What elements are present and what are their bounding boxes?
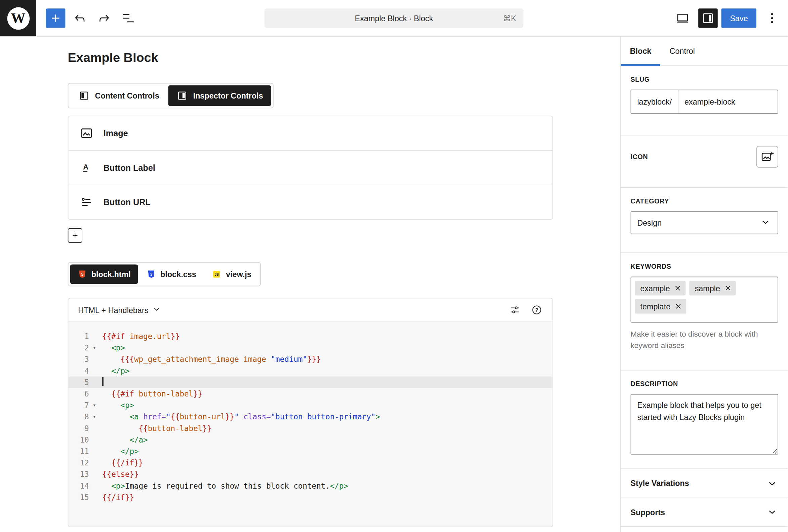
keywords-help-text: Make it easier to discover a block with … [631,329,778,360]
code-token: {{/if}} [111,458,143,468]
close-icon [724,284,732,292]
fold-marker [89,377,100,388]
control-item-button-label[interactable]: AButton Label [68,150,552,184]
line-number: 13 [68,469,89,480]
css3-icon: 3 [146,269,156,279]
control-label: Button URL [103,197,151,207]
preview-icon [675,11,690,25]
code-token: > [375,412,380,421]
sidebar-tab-control[interactable]: Control [661,37,704,65]
code-token: button-label [148,424,203,433]
language-select[interactable]: HTML + Handlebars [78,304,162,316]
fold-marker[interactable]: ▾ [89,411,100,422]
sidebar-toggle-icon [701,11,715,25]
file-tab-view-js[interactable]: JSview.js [205,265,258,284]
fold-marker [89,388,100,399]
description-label: DESCRIPTION [631,380,778,388]
sidebar-tab-block[interactable]: Block [621,37,661,65]
code-line: 13{{else}} [68,469,552,480]
redo-button[interactable] [92,6,116,30]
code-editor-header: HTML + Handlebars ? [68,298,552,322]
panel-style-variations[interactable]: Style Variations [621,469,788,498]
file-tab-block-html[interactable]: 5block.html [70,265,138,284]
svg-text:?: ? [535,307,538,313]
chevron-down-icon [152,304,162,314]
svg-text:3: 3 [150,272,153,277]
keyword-token: sample [689,281,735,295]
code-token: " [166,412,171,421]
icon-picker-button[interactable] [756,146,778,168]
code-token: <p> [111,343,125,352]
add-control-button[interactable] [68,228,82,243]
file-tab-block-css[interactable]: 3block.css [139,265,203,284]
redo-icon [97,11,111,25]
code-token [102,366,111,375]
code-area[interactable]: 1{{#if image.url}}2▾ <p>3 {{{wp_get_atta… [68,322,552,527]
editor-settings-icon[interactable] [509,304,521,316]
fold-marker [89,492,100,503]
code-token: </p> [330,481,348,490]
sidebar-tab-label: Block [630,47,651,56]
svg-text:A: A [83,163,88,171]
sidebar-toggle-button[interactable] [698,8,718,28]
block-title[interactable]: Example Block [68,50,553,64]
more-menu-icon [765,11,779,25]
list-view-button[interactable] [116,6,140,30]
more-menu-button[interactable] [760,6,784,30]
keywords-input[interactable]: examplesampletemplate [631,277,778,323]
code-token: {{{ [120,355,134,364]
help-icon: ? [531,304,543,316]
wordpress-logo[interactable]: W [0,0,36,36]
help-icon[interactable]: ? [531,304,543,316]
line-number: 12 [68,457,89,469]
lazy-blocks-editor: W Example Block · Block ⌘K Save Example … [0,0,788,532]
inspector-controls-icon [176,90,188,102]
undo-button[interactable] [68,6,92,30]
code-token: href= [143,412,166,421]
keyword-token: template [635,299,686,313]
panel-supports[interactable]: Supports [621,498,788,526]
control-item-image[interactable]: Image [68,116,552,150]
code-line: 7▾ <p> [68,399,552,411]
category-label: CATEGORY [631,197,778,205]
description-textarea[interactable]: Example block that helps you to get star… [631,394,778,455]
top-bar-right-buttons: Save [671,6,788,30]
code-line: 1{{#if image.url}} [68,331,552,342]
save-button[interactable]: Save [722,8,756,28]
preview-button[interactable] [671,6,695,30]
category-select[interactable]: Design [631,211,778,234]
slug-section: SLUG lazyblock/ example-block [621,66,788,126]
tab-content-controls[interactable]: Content Controls [70,85,167,106]
keyword-label: example [640,283,670,293]
code-token: class= [243,412,271,421]
line-number: 11 [68,446,89,457]
svg-text:5: 5 [81,272,83,277]
controls-list: ImageAButton LabelButton URL [68,116,553,220]
icon-label: ICON [631,153,648,161]
fold-marker [89,331,100,342]
code-line-content: {{else}} [100,469,552,480]
slug-input[interactable]: example-block [678,90,777,113]
code-token: <p> [120,401,134,410]
fold-marker[interactable]: ▾ [89,342,100,353]
inserter-button[interactable] [46,8,65,28]
code-token: wp_get_attachment_image image [134,355,271,364]
control-label: Image [103,129,128,138]
panel-supports-ghost-kit[interactable]: Supports Ghost Kit [621,526,788,532]
fold-marker [89,457,100,469]
remove-keyword-icon[interactable] [723,283,733,293]
document-overview-button[interactable]: Example Block · Block ⌘K [264,8,524,28]
content-controls-icon [78,90,90,102]
fold-marker[interactable]: ▾ [89,399,100,411]
remove-keyword-icon[interactable] [673,301,683,311]
tab-inspector-controls[interactable]: Inspector Controls [169,85,271,106]
line-number: 10 [68,434,89,446]
sidebar-panels: Style VariationsSupportsSupports Ghost K… [621,469,788,532]
line-number: 3 [68,353,89,365]
remove-keyword-icon[interactable] [673,283,683,293]
code-token: " [234,412,239,421]
list-view-icon [121,11,136,25]
close-icon [674,284,682,292]
panel-label: Supports [631,508,665,516]
control-item-button-url[interactable]: Button URL [68,184,552,219]
